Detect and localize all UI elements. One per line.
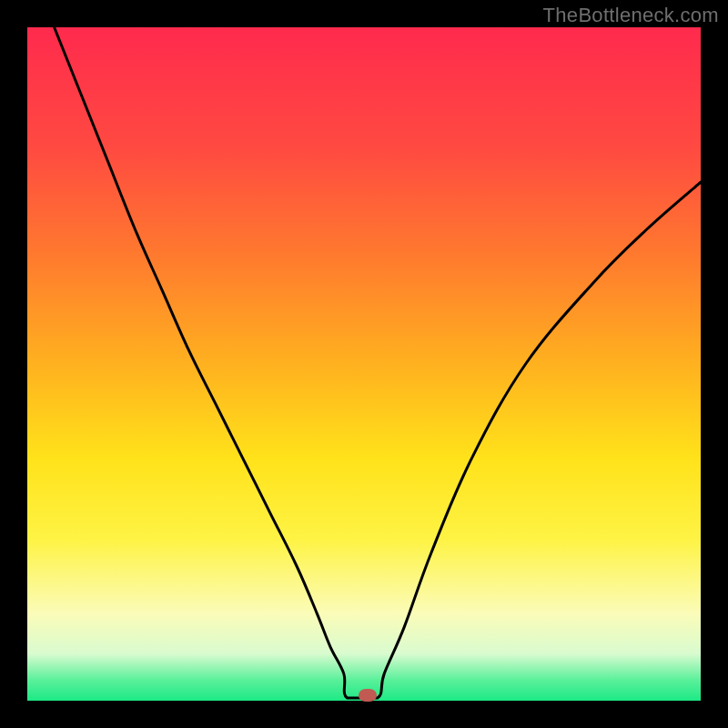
watermark-text: TheBottleneck.com: [543, 4, 719, 27]
bottleneck-curve: [27, 27, 701, 698]
plot-area: [27, 27, 701, 701]
curve-svg: [27, 27, 701, 701]
optimum-marker-icon: [359, 689, 377, 702]
chart-frame: TheBottleneck.com: [0, 0, 728, 728]
